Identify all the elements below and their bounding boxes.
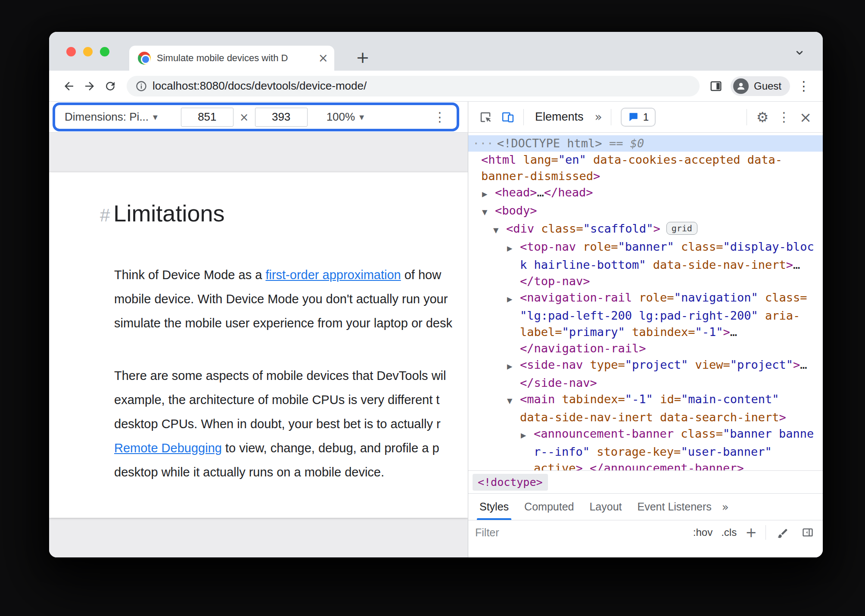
message-bubble-icon <box>628 112 639 123</box>
device-toolbar-menu-icon[interactable]: ⋮ <box>433 109 446 124</box>
dom-tree-line[interactable]: data-side-nav-inert data-search-inert> <box>468 409 823 426</box>
dom-tree-line[interactable]: ▼<main tabindex="-1" id="main-content" <box>468 391 823 409</box>
side-panel-icon[interactable] <box>706 76 726 96</box>
dom-attr: class= <box>534 222 583 235</box>
dom-tag: </top-nav> <box>520 274 590 288</box>
dom-tree-line[interactable]: </top-nav> <box>468 273 823 289</box>
dom-tree-line[interactable]: "lg:pad-left-200 lg:pad-right-200" aria- <box>468 308 823 324</box>
close-window-button[interactable] <box>66 47 76 56</box>
dom-tag: > <box>723 325 730 339</box>
dom-tree-line[interactable]: ▼<body> <box>468 202 823 221</box>
dom-tree-line[interactable]: k hairline-bottom" data-side-nav-inert>… <box>468 257 823 273</box>
styles-filter-row: :hov .cls + <box>468 520 823 544</box>
device-width-input[interactable] <box>181 108 233 127</box>
dom-tree-line[interactable]: </side-nav> <box>468 375 823 391</box>
new-tab-button[interactable]: + <box>352 47 373 68</box>
issues-counter-button[interactable]: 1 <box>621 108 656 127</box>
styles-filter-input[interactable] <box>475 526 685 539</box>
toggle-class-button[interactable]: .cls <box>721 526 737 538</box>
dom-val: "navigation" <box>674 291 758 304</box>
chevron-down-icon[interactable]: ▼ <box>153 114 158 121</box>
browser-menu-icon[interactable]: ⋮ <box>794 77 813 96</box>
dom-tree-line[interactable]: ▼<div class="scaffold">grid <box>468 221 823 239</box>
dimensions-dropdown[interactable]: Dimensions: Pi... <box>65 110 149 124</box>
dom-tag: </navigation-rail> <box>520 342 646 355</box>
dom-attr: data-side-nav-inert data-search-inert <box>520 411 779 424</box>
expand-arrow-icon[interactable]: ▶ <box>507 291 520 308</box>
dom-doctype: <!DOCTYPE html> <box>497 137 602 150</box>
dom-tree-line[interactable]: ▶<side-nav type="project" view="project"… <box>468 357 823 375</box>
new-style-rule-icon[interactable]: + <box>745 524 757 541</box>
inspect-element-icon[interactable] <box>476 108 495 127</box>
collapse-arrow-icon[interactable]: ▼ <box>507 393 520 409</box>
url-bar[interactable]: localhost:8080/docs/devtools/device-mode… <box>127 76 700 96</box>
url-text[interactable]: localhost:8080/docs/devtools/device-mode… <box>152 79 367 93</box>
rendering-brush-icon[interactable] <box>775 524 791 541</box>
zoom-dropdown[interactable]: 100% ▼ <box>327 110 364 124</box>
dom-val: "banner banne <box>723 427 814 440</box>
reload-icon[interactable] <box>100 76 121 96</box>
devtools-toolbar: Elements » 1 ⚙ ⋮ × <box>468 102 823 132</box>
dom-tree-line[interactable]: ···<!DOCTYPE html> == $0 <box>468 135 823 152</box>
dom-tree-line[interactable]: ▶<top-nav role="banner" class="display-b… <box>468 239 823 257</box>
dom-tree-line[interactable]: <html lang="en" data-cookies-accepted da… <box>468 152 823 168</box>
dom-val: "primary" <box>562 325 625 339</box>
toggle-sidebar-icon[interactable] <box>800 524 816 541</box>
dom-tree-line[interactable]: active>…</announcement-banner> <box>468 460 823 470</box>
dom-val: "en" <box>558 153 586 166</box>
expand-arrow-icon[interactable]: ▶ <box>482 186 495 202</box>
paragraph-line: desktop CPUs. When in doubt, your best b… <box>114 412 468 436</box>
collapse-arrow-icon[interactable]: ▼ <box>482 204 495 221</box>
profile-button[interactable]: Guest <box>731 76 790 96</box>
dom-tree-line[interactable]: ▶<announcement-banner class="banner bann… <box>468 426 823 444</box>
devtools-menu-icon[interactable]: ⋮ <box>775 109 793 124</box>
dom-tree-line[interactable]: ▶<head>…</head> <box>468 184 823 202</box>
grid-badge[interactable]: grid <box>666 222 697 235</box>
dom-tree-line[interactable]: label="primary" tabindex="-1">… <box>468 324 823 340</box>
tab-computed[interactable]: Computed <box>517 494 582 520</box>
collapse-arrow-icon[interactable]: ▼ <box>493 222 506 239</box>
browser-tab[interactable]: Simulate mobile devices with D × <box>129 46 334 71</box>
devtools-close-icon[interactable]: × <box>796 110 815 124</box>
more-sidebar-tabs-icon[interactable]: » <box>722 501 729 513</box>
more-panels-icon[interactable]: » <box>595 110 602 124</box>
paragraph-line: Think of Device Mode as a first-order ap… <box>114 263 468 287</box>
issues-count: 1 <box>643 111 649 123</box>
minimize-window-button[interactable] <box>83 47 93 56</box>
expand-arrow-icon[interactable]: ▶ <box>507 358 520 375</box>
dom-tree-line[interactable]: </navigation-rail> <box>468 340 823 357</box>
dom-tree-line[interactable]: ▶<navigation-rail role="navigation" clas… <box>468 289 823 308</box>
site-info-icon[interactable] <box>135 80 147 92</box>
settings-gear-icon[interactable]: ⚙ <box>753 109 772 125</box>
dom-attr: type= <box>583 358 625 371</box>
device-toolbar-toggle-icon[interactable] <box>498 108 517 127</box>
tab-layout[interactable]: Layout <box>582 494 629 520</box>
breadcrumb-doctype[interactable]: <!doctype> <box>473 474 548 491</box>
paragraph-line: Remote Debugging to view, change, debug,… <box>114 436 468 460</box>
tab-search-chevron-icon[interactable] <box>793 46 806 59</box>
dom-tag: </side-nav> <box>520 376 597 389</box>
tab-event-listeners[interactable]: Event Listeners <box>630 494 719 520</box>
devtools-bottom-spacer <box>468 544 823 557</box>
content-row: # Limitations Think of Device Mode as a … <box>49 133 823 557</box>
dom-val: "scaffold" <box>583 222 653 235</box>
dom-tree-line[interactable]: banner-dismissed> <box>468 168 823 184</box>
dom-tag: </announcement-banner> <box>590 461 744 470</box>
dom-tag: </head> <box>544 186 593 199</box>
expand-arrow-icon[interactable]: ▶ <box>507 240 520 257</box>
expand-arrow-icon[interactable]: ▶ <box>521 427 534 444</box>
dom-val: k hairline-bottom" <box>520 258 646 271</box>
back-icon[interactable] <box>59 76 79 96</box>
forward-icon[interactable] <box>79 76 100 96</box>
heading-anchor-hash[interactable]: # <box>100 205 110 226</box>
text-link[interactable]: first-order approximation <box>265 268 401 282</box>
text-link[interactable]: Remote Debugging <box>114 441 222 455</box>
tab-close-icon[interactable]: × <box>318 52 328 64</box>
tab-elements[interactable]: Elements <box>535 110 584 124</box>
toggle-hover-state-button[interactable]: :hov <box>693 526 713 538</box>
page-title: # Limitations <box>100 200 224 227</box>
device-height-input[interactable] <box>255 108 308 127</box>
dom-tree-line[interactable]: r--info" storage-key="user-banner" <box>468 444 823 460</box>
tab-styles[interactable]: Styles <box>472 494 517 520</box>
zoom-window-button[interactable] <box>100 47 109 56</box>
